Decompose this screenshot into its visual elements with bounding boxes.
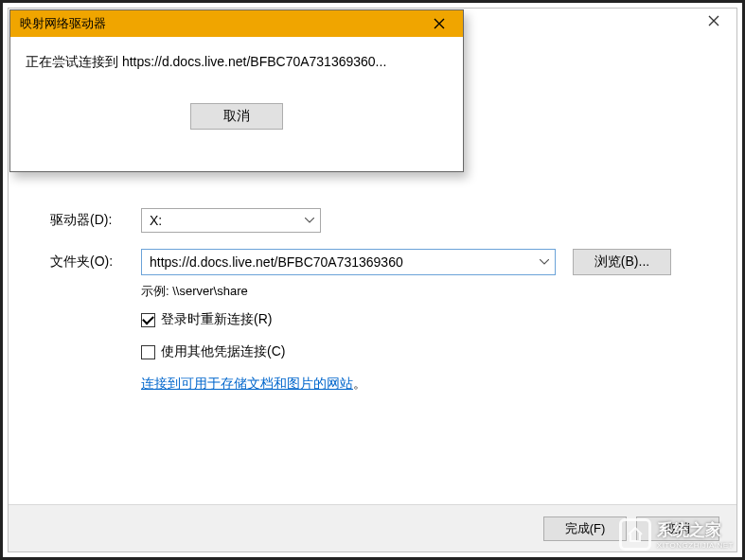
drive-label: 驱动器(D): [50, 212, 141, 229]
watermark-sub: XITONGZHIJIA.NET [657, 541, 734, 550]
close-button[interactable] [693, 9, 735, 34]
dialog-body: 正在尝试连接到 https://d.docs.live.net/BFBC70A7… [10, 37, 463, 130]
checkbox-icon [141, 313, 155, 327]
finish-button[interactable]: 完成(F) [543, 516, 627, 541]
close-icon [434, 16, 445, 32]
dialog-message: 正在尝试连接到 https://d.docs.live.net/BFBC70A7… [26, 54, 448, 71]
reconnect-label: 登录时重新连接(R) [161, 311, 272, 328]
watermark-text-group: 系统之家 XITONGZHIJIA.NET [657, 519, 734, 550]
dialog-cancel-button[interactable]: 取消 [190, 103, 283, 130]
dialog-close-button[interactable] [421, 12, 457, 35]
connecting-dialog: 映射网络驱动器 正在尝试连接到 https://d.docs.live.net/… [9, 9, 464, 172]
finish-label: 完成(F) [565, 520, 606, 537]
close-icon [708, 14, 719, 29]
chevron-down-icon [540, 259, 549, 265]
connect-website-link[interactable]: 连接到可用于存储文档和图片的网站 [141, 376, 353, 393]
chevron-down-icon [305, 218, 314, 223]
dialog-buttons: 取消 [26, 103, 448, 130]
example-text: 示例: \\server\share [141, 283, 248, 300]
folder-value: https://d.docs.live.net/BFBC70A731369360 [150, 254, 403, 270]
credentials-label: 使用其他凭据连接(C) [161, 343, 285, 360]
drive-row: 驱动器(D): X: [50, 208, 321, 233]
drive-value: X: [150, 213, 162, 228]
folder-label: 文件夹(O): [50, 254, 141, 271]
drive-select[interactable]: X: [141, 208, 321, 233]
watermark-text: 系统之家 [657, 519, 734, 541]
reconnect-checkbox-row[interactable]: 登录时重新连接(R) [141, 311, 272, 328]
dialog-title: 映射网络驱动器 [20, 15, 106, 32]
checkbox-icon [141, 345, 155, 359]
connect-website-link-row: 连接到可用于存储文档和图片的网站。 [141, 376, 366, 393]
watermark: 系统之家 XITONGZHIJIA.NET [619, 518, 734, 551]
dialog-cancel-label: 取消 [223, 108, 250, 125]
folder-combobox[interactable]: https://d.docs.live.net/BFBC70A731369360 [141, 249, 556, 275]
credentials-checkbox-row[interactable]: 使用其他凭据连接(C) [141, 343, 285, 360]
dialog-titlebar: 映射网络驱动器 [10, 10, 463, 37]
period: 。 [353, 376, 366, 393]
browse-button[interactable]: 浏览(B)... [573, 249, 671, 275]
folder-row: 文件夹(O): https://d.docs.live.net/BFBC70A7… [50, 249, 671, 275]
house-icon [619, 518, 651, 551]
browse-label: 浏览(B)... [594, 254, 649, 271]
